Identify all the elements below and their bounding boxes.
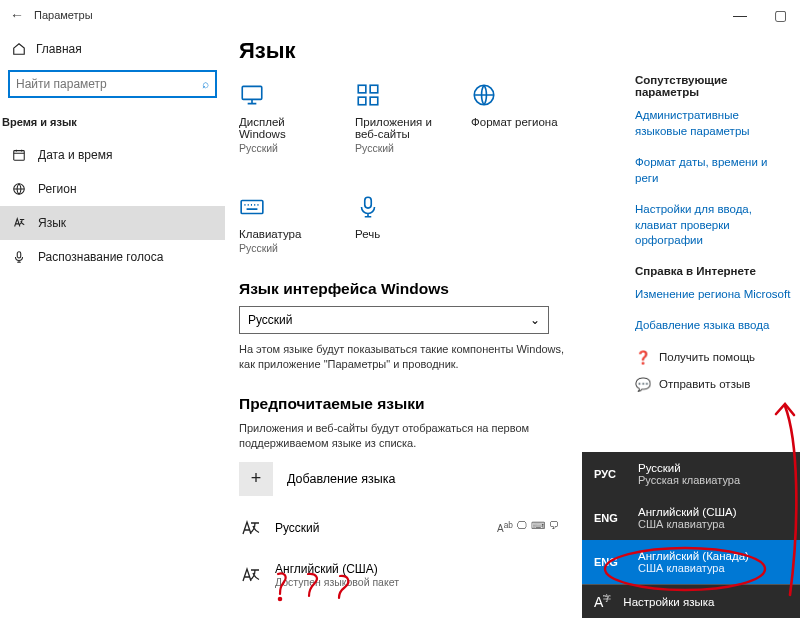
language-glyph-icon: A字 [594,593,611,610]
card-speech[interactable]: Речь [355,194,447,254]
microphone-icon [12,250,26,264]
language-glyph-icon [239,563,263,587]
feedback-link[interactable]: 💬 Отправить отзыв [635,377,794,392]
sidebar-item-datetime[interactable]: Дата и время [0,138,225,172]
clock-icon [12,148,26,162]
chevron-down-icon: ⌄ [530,313,540,327]
maximize-button[interactable]: ▢ [760,0,800,30]
related-params-heading: Сопутствующие параметры [635,74,794,98]
sidebar-item-label: Дата и время [38,148,112,162]
help-heading: Справка в Интернете [635,265,794,277]
card-title: Речь [355,228,447,240]
lang-popup-settings-label: Настройки языка [623,596,714,608]
card-sub: Русский [239,242,331,254]
card-title: Дисплей Windows [239,116,331,140]
lang-popup-item-russian[interactable]: РУС Русский Русская клавиатура [582,452,800,496]
globe-icon [12,182,26,196]
card-sub: Русский [355,142,447,154]
ui-language-select[interactable]: Русский ⌄ [239,306,549,334]
apps-icon [355,82,381,108]
sidebar-item-language[interactable]: Язык [0,206,225,240]
lang-popup-title: Русский [638,462,740,474]
sidebar-item-label: Распознавание голоса [38,250,163,264]
titlebar: ← Параметры — ▢ [0,0,800,30]
ui-language-heading: Язык интерфейса Windows [239,280,621,298]
back-button[interactable]: ← [10,7,24,23]
help-icon: ❓ [635,350,651,365]
svg-rect-4 [358,85,366,93]
svg-rect-10 [365,197,372,208]
language-title: Английский (США) [275,562,399,576]
lang-popup-sub: США клавиатура [638,518,737,530]
get-help-link[interactable]: ❓ Получить помощь [635,350,794,365]
sidebar-item-region[interactable]: Регион [0,172,225,206]
related-link[interactable]: Настройки для ввода, клавиат проверки ор… [635,202,794,249]
svg-rect-5 [370,85,378,93]
card-display[interactable]: Дисплей Windows Русский [239,82,331,154]
feedback-label: Отправить отзыв [659,378,750,390]
svg-rect-6 [358,97,366,105]
card-title: Клавиатура [239,228,331,240]
lang-code: РУС [594,468,624,480]
card-sub: Русский [239,142,331,154]
lang-popup-title: Английский (Канада) [638,550,749,562]
language-icon [12,216,26,230]
feedback-icon: 💬 [635,377,651,392]
svg-rect-0 [14,151,25,161]
language-badges: Aab 🖵 ⌨ 🗩 [497,520,559,534]
lang-popup-item-english-ca[interactable]: ENG Английский (Канада) США клавиатура [582,540,800,584]
language-row-english-us[interactable]: Английский (США) Доступен языковой пакет [239,558,559,592]
lang-popup-title: Английский (США) [638,506,737,518]
tts-badge-icon: 🗩 [549,520,559,534]
related-link[interactable]: Административные языковые параметры [635,108,794,139]
lang-popup-sub: Русская клавиатура [638,474,740,486]
lang-code: ENG [594,512,624,524]
sidebar-home-label: Главная [36,42,82,56]
card-title: Формат региона [471,116,563,128]
plus-icon: + [239,462,273,496]
monitor-icon [239,82,265,108]
card-apps[interactable]: Приложения и веб-сайты Русский [355,82,447,154]
lang-popup-settings[interactable]: A字 Настройки языка [582,585,800,618]
lang-popup-item-english-us[interactable]: ENG Английский (США) США клавиатура [582,496,800,540]
lang-code: ENG [594,556,624,568]
globe-icon [471,82,497,108]
microphone-icon [355,194,381,220]
related-link[interactable]: Формат даты, времени и реги [635,155,794,186]
search-icon: ⌕ [202,77,209,91]
main-content: Язык Дисплей Windows Русский Приложения … [225,30,635,618]
language-title: Русский [275,521,320,535]
sidebar-home[interactable]: Главная [0,36,225,62]
ui-language-desc: На этом языке будут показываться такие к… [239,342,569,373]
ui-language-value: Русский [248,313,293,327]
page-title: Язык [239,38,621,64]
sidebar-item-label: Язык [38,216,66,230]
keyboard-badge-icon: ⌨ [531,520,545,534]
language-switcher-popup: РУС Русский Русская клавиатура ENG Англи… [582,452,800,618]
add-language-button[interactable]: + Добавление языка [239,462,621,496]
sidebar: Главная ⌕ Время и язык Дата и время Реги… [0,30,225,618]
help-link[interactable]: Изменение региона Microsoft [635,287,794,303]
search-input[interactable] [16,77,202,91]
window-title: Параметры [34,9,93,21]
svg-rect-7 [370,97,378,105]
search-input-wrap[interactable]: ⌕ [8,70,217,98]
svg-rect-3 [242,86,262,99]
sidebar-category: Время и язык [0,106,225,138]
preferred-desc: Приложения и веб-сайты будут отображатьс… [239,421,569,452]
lang-popup-sub: США клавиатура [638,562,749,574]
svg-rect-9 [241,201,263,214]
home-icon [12,42,26,56]
card-region[interactable]: Формат региона [471,82,563,154]
language-sub: Доступен языковой пакет [275,576,399,588]
card-title: Приложения и веб-сайты [355,116,447,140]
keyboard-icon [239,194,265,220]
get-help-label: Получить помощь [659,351,755,363]
language-row-russian[interactable]: Русский Aab 🖵 ⌨ 🗩 [239,512,559,544]
sidebar-item-speech[interactable]: Распознавание голоса [0,240,225,274]
preferred-heading: Предпочитаемые языки [239,395,621,413]
help-link[interactable]: Добавление языка ввода [635,318,794,334]
display-badge-icon: 🖵 [517,520,527,534]
minimize-button[interactable]: — [720,0,760,30]
card-keyboard[interactable]: Клавиатура Русский [239,194,331,254]
